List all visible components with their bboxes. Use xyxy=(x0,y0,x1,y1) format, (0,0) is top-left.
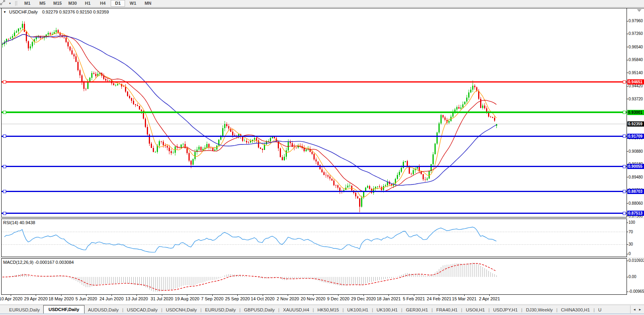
tab-eurusd-daily[interactable]: EURUSD,Daily xyxy=(202,307,239,313)
candle-body xyxy=(183,144,184,144)
candle-body xyxy=(226,124,227,126)
tab-usoil-h1[interactable]: USOil,H1 xyxy=(462,307,488,313)
rsi-line xyxy=(4,227,496,252)
line-handle-right[interactable] xyxy=(623,190,626,193)
rsi-axis-tick-mark xyxy=(627,232,628,232)
timeframe-button-M5[interactable]: M5 xyxy=(35,0,50,7)
candle-body xyxy=(198,147,200,149)
line-handle-left[interactable] xyxy=(3,81,6,83)
timeframe-button-D1[interactable]: D1 xyxy=(111,0,125,7)
tab-usdcnh-daily[interactable]: USDCNH,Daily xyxy=(162,307,200,313)
tab-audusd-daily[interactable]: AUDUSD,Daily xyxy=(85,307,122,313)
caret-down-icon[interactable]: ▾ xyxy=(8,2,12,5)
timeframe-button-H4[interactable]: H4 xyxy=(96,0,110,7)
pane-separator[interactable] xyxy=(1,258,627,259)
tab-gbpusd-daily[interactable]: GBPUSD,Daily xyxy=(240,307,278,313)
candle-body xyxy=(32,42,33,46)
timeframe-button-M30[interactable]: M30 xyxy=(65,0,80,7)
tab-ger30-h1[interactable]: GER30,H1 xyxy=(402,307,432,313)
candle-body xyxy=(433,154,434,164)
timeframe-button-W1[interactable]: W1 xyxy=(126,0,140,7)
candle-body xyxy=(252,140,253,141)
line-handle-right[interactable] xyxy=(623,111,626,114)
candle-body xyxy=(228,126,229,129)
tab-usdjpy-h1[interactable]: USDJPY,H1 xyxy=(490,307,521,313)
candle-body xyxy=(131,98,132,101)
price-axis-label: 0.94420 xyxy=(629,84,644,88)
candle-body xyxy=(163,142,164,145)
timeframe-button-H1[interactable]: H1 xyxy=(81,0,95,7)
candle-body xyxy=(85,89,87,89)
candle-body xyxy=(427,179,428,180)
candle-body xyxy=(28,41,29,49)
candle-body xyxy=(22,24,23,28)
price-axis-label: 0.97260 xyxy=(629,31,644,36)
candle-body xyxy=(83,82,85,88)
candle-body xyxy=(75,56,77,61)
candle-body xyxy=(355,193,356,196)
tab-hk50-m15[interactable]: HK50,M15 xyxy=(314,307,342,313)
chart-ohlc-values: 0.92279 0.92376 0.92150 0.92359 xyxy=(42,10,109,14)
candle-body xyxy=(317,161,319,165)
timeframe-toolbar: ▾ M1M5M15M30H1H4D1W1MN xyxy=(0,0,644,7)
line-handle-left[interactable] xyxy=(3,135,6,138)
tab-eurusd-daily[interactable]: EURUSD,Daily xyxy=(6,307,43,313)
candle-body xyxy=(50,33,51,35)
rsi-axis-tick-mark xyxy=(627,244,628,245)
tab-usdchf-daily[interactable]: USDCHF,Daily xyxy=(43,305,84,313)
candle-body xyxy=(490,117,491,117)
candle-body xyxy=(93,73,94,74)
line-handle-left[interactable] xyxy=(3,165,6,168)
tab-china300-h1[interactable]: CHINA300,H1 xyxy=(557,307,594,313)
candle-body xyxy=(311,152,313,154)
candle-body xyxy=(214,150,215,151)
line-handle-right[interactable] xyxy=(623,135,626,138)
tab-uk100-h1[interactable]: UK100,H1 xyxy=(373,307,401,313)
candle-body xyxy=(246,141,247,142)
tab-u[interactable]: U xyxy=(595,307,605,313)
time-axis-tick xyxy=(464,294,465,296)
candle-body xyxy=(248,142,249,143)
line-studies-icon[interactable] xyxy=(1,0,8,6)
candle-body xyxy=(399,172,400,175)
pane-separator[interactable] xyxy=(1,219,627,219)
line-handle-left[interactable] xyxy=(3,111,6,114)
toolbar-grip[interactable] xyxy=(15,1,17,6)
candle-body xyxy=(288,142,289,150)
candle-body xyxy=(186,148,188,154)
candle-body xyxy=(494,118,495,121)
rsi-axis-label: 0 xyxy=(629,252,644,256)
line-handle-left[interactable] xyxy=(3,190,6,193)
price-axis-label: 0.90880 xyxy=(629,149,644,154)
line-handle-right[interactable] xyxy=(623,165,626,168)
price-axis-tick-mark xyxy=(627,151,628,152)
price-axis-tick-mark xyxy=(627,47,628,47)
candle-body xyxy=(329,177,331,179)
tab-dj30-weekly[interactable]: DJ30,Weekly xyxy=(522,307,556,313)
candle-body xyxy=(244,141,245,141)
candle-body xyxy=(359,198,360,207)
line-handle-right[interactable] xyxy=(623,81,626,83)
candle-body xyxy=(188,153,190,161)
candle-body xyxy=(448,121,450,123)
tab-scroll-right-icon[interactable]: ► xyxy=(638,308,642,311)
chart-shift-marker[interactable] xyxy=(637,9,642,12)
timeframe-button-M1[interactable]: M1 xyxy=(20,0,35,7)
macd-axis-label: 0.00 xyxy=(629,275,644,279)
tab-uk100-h1[interactable]: UK100,H1 xyxy=(344,307,372,313)
candle-body xyxy=(270,138,271,141)
tab-fra40-h1[interactable]: FRA40,H1 xyxy=(433,307,461,313)
candle-body xyxy=(99,73,100,74)
status-bar-edge xyxy=(0,313,644,315)
line-handle-left[interactable] xyxy=(3,212,6,215)
chart-window: ▼ USDCHF,Daily 0.92279 0.92376 0.92150 0… xyxy=(0,8,644,304)
timeframe-button-MN[interactable]: MN xyxy=(141,0,155,7)
macd-axis-tick-mark xyxy=(627,277,628,277)
candle-body xyxy=(369,186,370,188)
line-handle-right[interactable] xyxy=(623,212,626,215)
tab-xauusd-h4[interactable]: XAUUSD,H4 xyxy=(279,307,313,313)
timeframe-button-M15[interactable]: M15 xyxy=(50,0,65,7)
tab-scroll-left-icon[interactable]: ◄ xyxy=(633,308,636,311)
collapse-triangle-icon[interactable]: ▼ xyxy=(3,10,6,14)
tab-usdcad-daily[interactable]: USDCAD,Daily xyxy=(123,307,161,313)
